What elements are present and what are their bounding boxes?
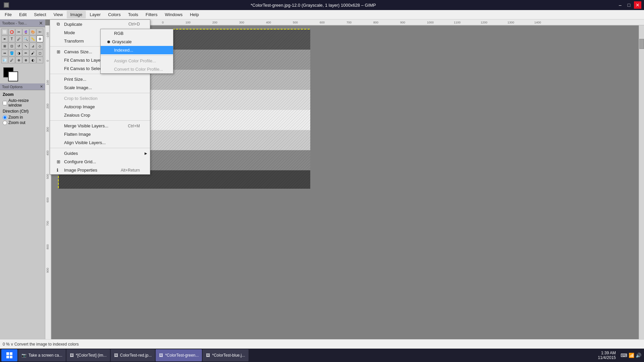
tool-clone[interactable]: ⊕	[15, 57, 22, 63]
tool-scale[interactable]: ⤡	[22, 43, 29, 49]
toolbox: Toolbox - Too... ✕ ⬜ ⭕ ✂ 🔮 🎨 ✄ ✒ T 🖊 🔍 📏…	[0, 19, 45, 345]
auto-resize-checkbox[interactable]	[3, 101, 7, 105]
taskbar-item-1[interactable]: 🖼 *[ColorTest] (im...	[66, 349, 110, 361]
bg-color[interactable]	[8, 71, 18, 81]
menu-help[interactable]: Help	[186, 11, 202, 18]
menu-windows[interactable]: Windows	[161, 11, 186, 18]
tool-scissors[interactable]: ✄	[37, 28, 43, 35]
menu-file[interactable]: File	[1, 11, 15, 18]
menu-item-scale-image[interactable]: Scale Image...	[50, 83, 150, 92]
separator-3	[50, 93, 150, 93]
toolbox-close-icon[interactable]: ✕	[39, 20, 43, 26]
tool-free-select[interactable]: ✂	[15, 28, 22, 35]
tool-text[interactable]: T	[8, 36, 15, 42]
svg-rect-46	[6, 356, 9, 358]
canvas-size-icon: ⊞	[57, 49, 62, 54]
tool-blend[interactable]: ◑	[15, 50, 22, 56]
toolbox-header: Toolbox - Too... ✕	[0, 19, 45, 27]
tool-ellipse-select[interactable]: ⭕	[8, 28, 15, 35]
menu-item-flatten[interactable]: Flatten Image	[50, 130, 150, 138]
tool-move[interactable]: ✣	[37, 36, 43, 42]
taskbar-icon-4: 🖼	[206, 353, 210, 358]
svg-text:0: 0	[46, 60, 49, 62]
svg-text:500: 500	[293, 21, 298, 24]
image-props-icon: ℹ	[57, 168, 62, 173]
menu-tools[interactable]: Tools	[125, 11, 142, 18]
svg-text:800: 800	[46, 244, 49, 249]
taskbar-item-3[interactable]: 🖼 *ColorTest-green...	[156, 349, 202, 361]
start-button[interactable]	[1, 349, 17, 361]
tool-fuzzy-select[interactable]: 🔮	[22, 28, 29, 35]
menu-item-align-layers[interactable]: Align Visible Layers...	[50, 138, 150, 147]
menu-item-autocrop[interactable]: Autocrop Image	[50, 103, 150, 111]
menu-item-print-size[interactable]: Print Size...	[50, 75, 150, 83]
taskbar-icon-1: 🖼	[70, 353, 74, 358]
tool-zoom[interactable]: 🔍	[22, 36, 29, 42]
zoom-out-radio[interactable]	[3, 121, 7, 125]
maximize-button[interactable]: □	[625, 1, 633, 9]
status-bar: 0 % v Convert the image to indexed color…	[0, 339, 644, 349]
tool-rect-select[interactable]: ⬜	[1, 28, 8, 35]
taskbar-icon-3: 🖼	[159, 353, 163, 358]
tool-smudge[interactable]: ~	[37, 57, 43, 63]
scrollbar-vertical[interactable]	[639, 25, 644, 340]
mode-indexed[interactable]: Indexed...	[101, 46, 173, 54]
mode-rgb[interactable]: RGB	[101, 29, 173, 38]
menu-filters[interactable]: Filters	[142, 11, 161, 18]
scrollbar-thumb-v[interactable]	[639, 39, 644, 49]
separator-5	[50, 148, 150, 148]
menu-layer[interactable]: Layer	[87, 11, 104, 18]
tool-color-picker[interactable]: 🖊	[15, 36, 22, 42]
svg-text:1300: 1300	[507, 21, 514, 24]
tool-paths[interactable]: ✒	[1, 36, 8, 42]
tool-rotate[interactable]: ↺	[15, 43, 22, 49]
tool-bucket-fill[interactable]: 🪣	[8, 50, 15, 56]
close-button[interactable]: ✕	[634, 1, 641, 9]
menu-item-image-props[interactable]: ℹ Image Properties Alt+Return	[50, 166, 150, 174]
tool-dodge-burn[interactable]: ◐	[30, 57, 36, 63]
menu-edit[interactable]: Edit	[16, 11, 30, 18]
tool-measure[interactable]: 📏	[30, 36, 36, 42]
tool-align[interactable]: ⊞	[1, 43, 8, 49]
menu-view[interactable]: View	[50, 11, 66, 18]
tool-select-by-color[interactable]: 🎨	[30, 28, 36, 35]
tool-shear[interactable]: ⊿	[30, 43, 36, 49]
tool-ink[interactable]: 🖊	[8, 57, 15, 63]
tool-heal[interactable]: ⊗	[22, 57, 29, 63]
tool-eraser[interactable]: ◻	[37, 50, 43, 56]
svg-text:700: 700	[346, 21, 352, 24]
tool-grid: ⬜ ⭕ ✂ 🔮 🎨 ✄ ✒ T 🖊 🔍 📏 ✣ ⊞ ⊡ ↺ ⤡ ⊿ ◇ ⇔ 🪣 …	[0, 27, 45, 65]
tool-pencil[interactable]: ✏	[22, 50, 29, 56]
menu-item-merge-layers[interactable]: Merge Visible Layers... Ctrl+M	[50, 122, 150, 130]
title-bar-title: *ColorTest-green.jpg-12.0 (Grayscale, 1 …	[10, 3, 616, 8]
zoom-in-radio[interactable]	[3, 115, 7, 120]
taskbar-item-0[interactable]: 📷 Take a screen ca...	[18, 349, 66, 361]
svg-text:1400: 1400	[534, 21, 541, 24]
taskbar-item-4[interactable]: 🖼 *ColorTest-blue.j...	[203, 349, 248, 361]
menu-item-zealous-crop[interactable]: Zealous Crop	[50, 111, 150, 119]
taskbar-item-2[interactable]: 🖼 ColorTest-red.jp...	[111, 349, 155, 361]
tool-options-close-icon[interactable]: ✕	[40, 84, 43, 89]
menu-select[interactable]: Select	[31, 11, 49, 18]
auto-resize-label: Auto-resize window	[8, 98, 42, 108]
menu-item-guides[interactable]: Guides	[50, 149, 150, 158]
fg-bg-colors	[0, 65, 45, 82]
tool-paintbrush[interactable]: 🖌	[30, 50, 36, 56]
menu-image[interactable]: Image	[67, 11, 86, 18]
tool-airbrush[interactable]: 💨	[1, 57, 8, 63]
tool-flip[interactable]: ⇔	[1, 50, 8, 56]
menu-item-configure-grid[interactable]: ⊞ Configure Grid...	[50, 158, 150, 166]
mode-grayscale[interactable]: Grayscale	[101, 38, 173, 46]
tool-perspective[interactable]: ◇	[37, 43, 43, 49]
zoom-label: Zoom	[3, 92, 42, 97]
volume-tray-icon: 🔊	[636, 353, 641, 358]
svg-rect-45	[10, 352, 12, 355]
svg-text:800: 800	[373, 21, 378, 24]
minimize-button[interactable]: –	[616, 1, 624, 9]
menu-colors[interactable]: Colors	[105, 11, 124, 18]
keyboard-tray-icon: ⌨	[621, 353, 627, 358]
svg-text:900: 900	[46, 268, 49, 273]
zoom-out-label: Zoom out	[8, 120, 25, 125]
tool-crop[interactable]: ⊡	[8, 43, 15, 49]
menu-item-duplicate[interactable]: ⧉ Duplicate Ctrl+D	[50, 20, 150, 28]
